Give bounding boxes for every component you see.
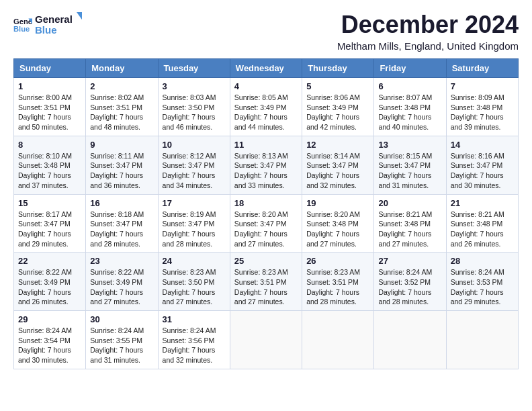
calendar-cell: 29Sunrise: 8:24 AMSunset: 3:54 PMDayligh…	[14, 311, 86, 369]
calendar-cell: 21Sunrise: 8:21 AMSunset: 3:48 PMDayligh…	[446, 194, 518, 253]
calendar-cell	[446, 311, 518, 369]
calendar-header-tuesday: Tuesday	[158, 59, 230, 78]
day-detail: Sunrise: 8:24 AMSunset: 3:52 PMDaylight:…	[378, 267, 441, 307]
logo: General Blue General Blue	[13, 11, 82, 38]
calendar-week-row: 15Sunrise: 8:17 AMSunset: 3:47 PMDayligh…	[14, 194, 519, 253]
day-number: 29	[18, 314, 81, 324]
day-detail: Sunrise: 8:11 AMSunset: 3:47 PMDaylight:…	[90, 151, 153, 191]
day-detail: Sunrise: 8:18 AMSunset: 3:47 PMDaylight:…	[90, 210, 153, 249]
day-number: 26	[306, 256, 369, 266]
calendar-cell: 12Sunrise: 8:14 AMSunset: 3:47 PMDayligh…	[302, 136, 374, 194]
calendar-cell: 1Sunrise: 8:00 AMSunset: 3:51 PMDaylight…	[14, 78, 86, 136]
day-detail: Sunrise: 8:10 AMSunset: 3:48 PMDaylight:…	[18, 151, 81, 191]
day-detail: Sunrise: 8:14 AMSunset: 3:47 PMDaylight:…	[306, 151, 369, 191]
day-detail: Sunrise: 8:22 AMSunset: 3:49 PMDaylight:…	[18, 267, 81, 307]
day-number: 2	[90, 81, 153, 91]
calendar-cell: 28Sunrise: 8:24 AMSunset: 3:53 PMDayligh…	[446, 253, 518, 311]
day-detail: Sunrise: 8:21 AMSunset: 3:48 PMDaylight:…	[378, 210, 441, 249]
calendar-header-saturday: Saturday	[446, 59, 518, 78]
day-number: 28	[451, 256, 514, 266]
day-number: 18	[234, 198, 298, 208]
calendar-cell: 23Sunrise: 8:22 AMSunset: 3:49 PMDayligh…	[86, 253, 158, 311]
calendar-cell: 31Sunrise: 8:24 AMSunset: 3:56 PMDayligh…	[158, 311, 230, 369]
calendar-week-row: 1Sunrise: 8:00 AMSunset: 3:51 PMDaylight…	[14, 78, 519, 136]
day-number: 1	[18, 81, 81, 91]
calendar-week-row: 8Sunrise: 8:10 AMSunset: 3:48 PMDaylight…	[14, 136, 519, 194]
day-detail: Sunrise: 8:20 AMSunset: 3:47 PMDaylight:…	[234, 210, 298, 249]
day-detail: Sunrise: 8:23 AMSunset: 3:50 PMDaylight:…	[163, 267, 226, 307]
day-detail: Sunrise: 8:07 AMSunset: 3:48 PMDaylight:…	[378, 93, 441, 132]
logo-svg: General Blue	[35, 11, 82, 38]
calendar-cell: 17Sunrise: 8:19 AMSunset: 3:47 PMDayligh…	[158, 194, 230, 253]
calendar-cell: 7Sunrise: 8:09 AMSunset: 3:48 PMDaylight…	[446, 78, 518, 136]
calendar-header-row: SundayMondayTuesdayWednesdayThursdayFrid…	[14, 59, 519, 78]
day-detail: Sunrise: 8:00 AMSunset: 3:51 PMDaylight:…	[18, 93, 81, 132]
day-number: 14	[451, 140, 514, 150]
svg-text:General: General	[35, 13, 73, 25]
calendar-cell: 27Sunrise: 8:24 AMSunset: 3:52 PMDayligh…	[374, 253, 446, 311]
title-block: December 2024 Meltham Mills, England, Un…	[337, 11, 519, 52]
calendar-cell: 2Sunrise: 8:02 AMSunset: 3:51 PMDaylight…	[86, 78, 158, 136]
day-number: 9	[90, 140, 153, 150]
calendar-cell: 5Sunrise: 8:06 AMSunset: 3:49 PMDaylight…	[302, 78, 374, 136]
day-detail: Sunrise: 8:03 AMSunset: 3:50 PMDaylight:…	[163, 93, 226, 132]
calendar-header-friday: Friday	[374, 59, 446, 78]
day-number: 25	[234, 256, 298, 266]
day-detail: Sunrise: 8:02 AMSunset: 3:51 PMDaylight:…	[90, 93, 153, 132]
calendar-cell: 8Sunrise: 8:10 AMSunset: 3:48 PMDaylight…	[14, 136, 86, 194]
day-detail: Sunrise: 8:21 AMSunset: 3:48 PMDaylight:…	[451, 210, 514, 249]
calendar-header-sunday: Sunday	[14, 59, 86, 78]
calendar-cell: 22Sunrise: 8:22 AMSunset: 3:49 PMDayligh…	[14, 253, 86, 311]
calendar-cell: 3Sunrise: 8:03 AMSunset: 3:50 PMDaylight…	[158, 78, 230, 136]
day-number: 19	[306, 198, 369, 208]
calendar-cell: 15Sunrise: 8:17 AMSunset: 3:47 PMDayligh…	[14, 194, 86, 253]
calendar-cell	[374, 311, 446, 369]
calendar-cell: 11Sunrise: 8:13 AMSunset: 3:47 PMDayligh…	[230, 136, 302, 194]
calendar-header-monday: Monday	[86, 59, 158, 78]
day-number: 10	[163, 140, 226, 150]
day-detail: Sunrise: 8:24 AMSunset: 3:53 PMDaylight:…	[451, 267, 514, 307]
day-detail: Sunrise: 8:06 AMSunset: 3:49 PMDaylight:…	[306, 93, 369, 132]
day-detail: Sunrise: 8:22 AMSunset: 3:49 PMDaylight:…	[90, 267, 153, 307]
page-header: General Blue General Blue December 2024 …	[13, 11, 519, 52]
day-detail: Sunrise: 8:19 AMSunset: 3:47 PMDaylight:…	[163, 210, 226, 249]
calendar-cell: 4Sunrise: 8:05 AMSunset: 3:49 PMDaylight…	[230, 78, 302, 136]
day-number: 6	[378, 81, 441, 91]
calendar-cell: 30Sunrise: 8:24 AMSunset: 3:55 PMDayligh…	[86, 311, 158, 369]
day-detail: Sunrise: 8:24 AMSunset: 3:55 PMDaylight:…	[90, 326, 153, 365]
svg-text:Blue: Blue	[13, 25, 30, 33]
logo-icon: General Blue	[13, 15, 32, 34]
calendar-cell: 19Sunrise: 8:20 AMSunset: 3:48 PMDayligh…	[302, 194, 374, 253]
day-number: 30	[90, 314, 153, 324]
day-detail: Sunrise: 8:12 AMSunset: 3:47 PMDaylight:…	[163, 151, 226, 191]
day-number: 12	[306, 140, 369, 150]
day-detail: Sunrise: 8:24 AMSunset: 3:54 PMDaylight:…	[18, 326, 81, 365]
calendar-header-wednesday: Wednesday	[230, 59, 302, 78]
calendar-cell: 18Sunrise: 8:20 AMSunset: 3:47 PMDayligh…	[230, 194, 302, 253]
day-detail: Sunrise: 8:13 AMSunset: 3:47 PMDaylight:…	[234, 151, 298, 191]
month-title: December 2024	[337, 11, 519, 39]
day-number: 13	[378, 140, 441, 150]
day-number: 15	[18, 198, 81, 208]
calendar-cell: 26Sunrise: 8:23 AMSunset: 3:51 PMDayligh…	[302, 253, 374, 311]
location-title: Meltham Mills, England, United Kingdom	[337, 40, 519, 52]
calendar-cell	[230, 311, 302, 369]
calendar-header-thursday: Thursday	[302, 59, 374, 78]
calendar-cell: 14Sunrise: 8:16 AMSunset: 3:47 PMDayligh…	[446, 136, 518, 194]
day-detail: Sunrise: 8:05 AMSunset: 3:49 PMDaylight:…	[234, 93, 298, 132]
calendar-cell: 16Sunrise: 8:18 AMSunset: 3:47 PMDayligh…	[86, 194, 158, 253]
day-number: 27	[378, 256, 441, 266]
day-number: 22	[18, 256, 81, 266]
calendar-cell: 13Sunrise: 8:15 AMSunset: 3:47 PMDayligh…	[374, 136, 446, 194]
day-number: 4	[234, 81, 298, 91]
calendar-cell: 10Sunrise: 8:12 AMSunset: 3:47 PMDayligh…	[158, 136, 230, 194]
day-number: 8	[18, 140, 81, 150]
calendar-cell: 20Sunrise: 8:21 AMSunset: 3:48 PMDayligh…	[374, 194, 446, 253]
day-detail: Sunrise: 8:09 AMSunset: 3:48 PMDaylight:…	[451, 93, 514, 132]
calendar-cell: 24Sunrise: 8:23 AMSunset: 3:50 PMDayligh…	[158, 253, 230, 311]
svg-text:Blue: Blue	[35, 24, 57, 36]
day-detail: Sunrise: 8:23 AMSunset: 3:51 PMDaylight:…	[234, 267, 298, 307]
calendar-cell: 6Sunrise: 8:07 AMSunset: 3:48 PMDaylight…	[374, 78, 446, 136]
day-detail: Sunrise: 8:23 AMSunset: 3:51 PMDaylight:…	[306, 267, 369, 307]
calendar-cell: 25Sunrise: 8:23 AMSunset: 3:51 PMDayligh…	[230, 253, 302, 311]
